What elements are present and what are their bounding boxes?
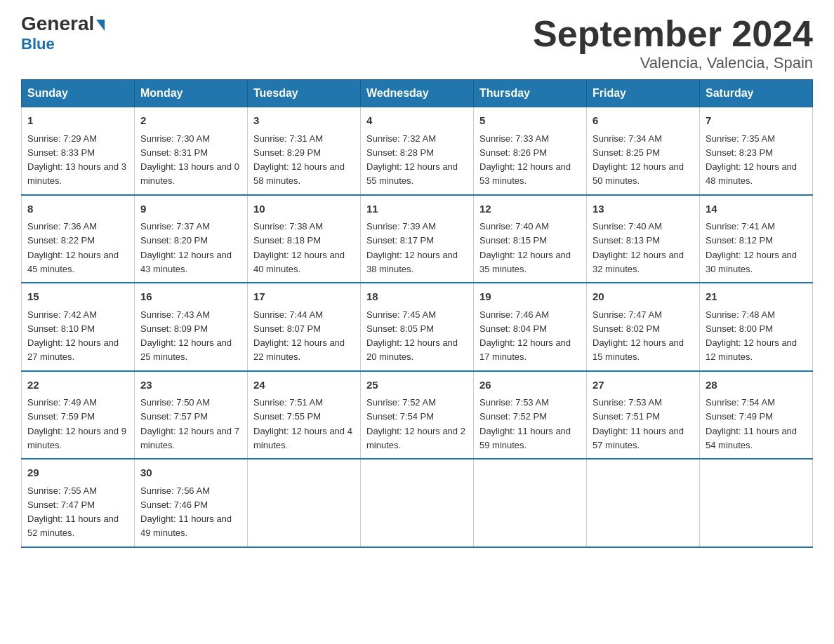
calendar-week-4: 22Sunrise: 7:49 AMSunset: 7:59 PMDayligh… (22, 371, 813, 459)
calendar-cell (361, 459, 474, 547)
day-info: Sunrise: 7:40 AMSunset: 8:13 PMDaylight:… (593, 221, 684, 274)
calendar-cell: 25Sunrise: 7:52 AMSunset: 7:54 PMDayligh… (361, 371, 474, 459)
calendar-cell: 11Sunrise: 7:39 AMSunset: 8:17 PMDayligh… (361, 195, 474, 283)
calendar-cell: 5Sunrise: 7:33 AMSunset: 8:26 PMDaylight… (474, 107, 587, 195)
calendar-cell: 9Sunrise: 7:37 AMSunset: 8:20 PMDaylight… (135, 195, 248, 283)
header-tuesday: Tuesday (248, 80, 361, 107)
day-number: 4 (366, 113, 468, 129)
day-number: 14 (706, 201, 807, 217)
day-info: Sunrise: 7:53 AMSunset: 7:51 PMDaylight:… (593, 397, 684, 450)
day-number: 22 (27, 377, 128, 394)
header-saturday: Saturday (700, 80, 813, 107)
day-info: Sunrise: 7:43 AMSunset: 8:09 PMDaylight:… (140, 309, 232, 363)
day-number: 1 (27, 113, 128, 129)
day-number: 2 (140, 113, 241, 129)
day-info: Sunrise: 7:29 AMSunset: 8:33 PMDaylight:… (27, 133, 126, 187)
logo-blue: Blue (21, 35, 55, 53)
calendar-cell: 24Sunrise: 7:51 AMSunset: 7:55 PMDayligh… (248, 371, 361, 459)
calendar-header: Sunday Monday Tuesday Wednesday Thursday… (22, 80, 813, 107)
calendar-cell: 18Sunrise: 7:45 AMSunset: 8:05 PMDayligh… (361, 283, 474, 371)
header-sunday: Sunday (22, 80, 135, 107)
calendar-cell (700, 459, 813, 547)
calendar-cell: 2Sunrise: 7:30 AMSunset: 8:31 PMDaylight… (135, 107, 248, 195)
day-info: Sunrise: 7:36 AMSunset: 8:22 PMDaylight:… (27, 221, 119, 274)
calendar-week-3: 15Sunrise: 7:42 AMSunset: 8:10 PMDayligh… (22, 283, 813, 371)
day-number: 17 (253, 289, 355, 305)
day-info: Sunrise: 7:51 AMSunset: 7:55 PMDaylight:… (253, 397, 352, 450)
day-info: Sunrise: 7:55 AMSunset: 7:47 PMDaylight:… (27, 485, 119, 539)
logo: General Blue (21, 14, 105, 53)
calendar-week-5: 29Sunrise: 7:55 AMSunset: 7:47 PMDayligh… (22, 459, 813, 547)
calendar-cell: 7Sunrise: 7:35 AMSunset: 8:23 PMDaylight… (700, 107, 813, 195)
day-info: Sunrise: 7:49 AMSunset: 7:59 PMDaylight:… (27, 397, 126, 450)
calendar-cell: 20Sunrise: 7:47 AMSunset: 8:02 PMDayligh… (587, 283, 700, 371)
calendar-cell: 29Sunrise: 7:55 AMSunset: 7:47 PMDayligh… (22, 459, 135, 547)
day-number: 30 (140, 465, 241, 481)
day-number: 12 (479, 201, 581, 217)
day-info: Sunrise: 7:37 AMSunset: 8:20 PMDaylight:… (140, 221, 232, 274)
day-info: Sunrise: 7:31 AMSunset: 8:29 PMDaylight:… (253, 133, 345, 187)
calendar-cell: 21Sunrise: 7:48 AMSunset: 8:00 PMDayligh… (700, 283, 813, 371)
calendar-cell: 23Sunrise: 7:50 AMSunset: 7:57 PMDayligh… (135, 371, 248, 459)
calendar-cell: 13Sunrise: 7:40 AMSunset: 8:13 PMDayligh… (587, 195, 700, 283)
day-info: Sunrise: 7:32 AMSunset: 8:28 PMDaylight:… (366, 133, 458, 187)
day-info: Sunrise: 7:46 AMSunset: 8:04 PMDaylight:… (479, 309, 571, 363)
day-info: Sunrise: 7:48 AMSunset: 8:00 PMDaylight:… (706, 309, 797, 363)
day-info: Sunrise: 7:38 AMSunset: 8:18 PMDaylight:… (253, 221, 345, 274)
day-number: 15 (27, 289, 128, 305)
calendar-cell: 10Sunrise: 7:38 AMSunset: 8:18 PMDayligh… (248, 195, 361, 283)
calendar-cell: 30Sunrise: 7:56 AMSunset: 7:46 PMDayligh… (135, 459, 248, 547)
day-info: Sunrise: 7:35 AMSunset: 8:23 PMDaylight:… (706, 133, 797, 187)
calendar-cell: 8Sunrise: 7:36 AMSunset: 8:22 PMDaylight… (22, 195, 135, 283)
header-thursday: Thursday (474, 80, 587, 107)
calendar-cell: 22Sunrise: 7:49 AMSunset: 7:59 PMDayligh… (22, 371, 135, 459)
day-info: Sunrise: 7:47 AMSunset: 8:02 PMDaylight:… (593, 309, 684, 363)
calendar-cell: 19Sunrise: 7:46 AMSunset: 8:04 PMDayligh… (474, 283, 587, 371)
calendar-cell: 26Sunrise: 7:53 AMSunset: 7:52 PMDayligh… (474, 371, 587, 459)
day-info: Sunrise: 7:56 AMSunset: 7:46 PMDaylight:… (140, 485, 232, 539)
logo-text: General (21, 14, 105, 34)
header-friday: Friday (587, 80, 700, 107)
calendar-cell: 16Sunrise: 7:43 AMSunset: 8:09 PMDayligh… (135, 283, 248, 371)
calendar-cell: 3Sunrise: 7:31 AMSunset: 8:29 PMDaylight… (248, 107, 361, 195)
calendar-table: Sunday Monday Tuesday Wednesday Thursday… (21, 79, 813, 548)
day-number: 13 (593, 201, 694, 217)
calendar-subtitle: Valencia, Valencia, Spain (533, 54, 813, 72)
day-info: Sunrise: 7:53 AMSunset: 7:52 PMDaylight:… (479, 397, 571, 450)
calendar-cell (474, 459, 587, 547)
day-info: Sunrise: 7:40 AMSunset: 8:15 PMDaylight:… (479, 221, 571, 274)
day-number: 16 (140, 289, 241, 305)
day-number: 29 (27, 465, 128, 481)
day-number: 18 (366, 289, 468, 305)
calendar-cell: 15Sunrise: 7:42 AMSunset: 8:10 PMDayligh… (22, 283, 135, 371)
page-header: General Blue September 2024 Valencia, Va… (21, 14, 813, 72)
header-wednesday: Wednesday (361, 80, 474, 107)
day-number: 23 (140, 377, 241, 394)
day-info: Sunrise: 7:34 AMSunset: 8:25 PMDaylight:… (593, 133, 684, 187)
calendar-cell: 4Sunrise: 7:32 AMSunset: 8:28 PMDaylight… (361, 107, 474, 195)
day-info: Sunrise: 7:45 AMSunset: 8:05 PMDaylight:… (366, 309, 458, 363)
calendar-cell: 6Sunrise: 7:34 AMSunset: 8:25 PMDaylight… (587, 107, 700, 195)
day-info: Sunrise: 7:39 AMSunset: 8:17 PMDaylight:… (366, 221, 458, 274)
day-info: Sunrise: 7:33 AMSunset: 8:26 PMDaylight:… (479, 133, 571, 187)
day-number: 11 (366, 201, 468, 217)
day-number: 26 (479, 377, 581, 394)
day-number: 25 (366, 377, 468, 394)
day-number: 5 (479, 113, 581, 129)
day-number: 8 (27, 201, 128, 217)
day-number: 24 (253, 377, 355, 394)
day-number: 7 (706, 113, 807, 129)
day-info: Sunrise: 7:44 AMSunset: 8:07 PMDaylight:… (253, 309, 345, 363)
day-number: 6 (593, 113, 694, 129)
calendar-cell: 14Sunrise: 7:41 AMSunset: 8:12 PMDayligh… (700, 195, 813, 283)
day-info: Sunrise: 7:30 AMSunset: 8:31 PMDaylight:… (140, 133, 239, 187)
calendar-cell: 1Sunrise: 7:29 AMSunset: 8:33 PMDaylight… (22, 107, 135, 195)
calendar-body: 1Sunrise: 7:29 AMSunset: 8:33 PMDaylight… (22, 107, 813, 547)
header-monday: Monday (135, 80, 248, 107)
calendar-cell (248, 459, 361, 547)
calendar-cell: 12Sunrise: 7:40 AMSunset: 8:15 PMDayligh… (474, 195, 587, 283)
title-block: September 2024 Valencia, Valencia, Spain (533, 14, 813, 72)
calendar-cell: 28Sunrise: 7:54 AMSunset: 7:49 PMDayligh… (700, 371, 813, 459)
calendar-title: September 2024 (533, 14, 813, 54)
day-info: Sunrise: 7:52 AMSunset: 7:54 PMDaylight:… (366, 397, 465, 450)
